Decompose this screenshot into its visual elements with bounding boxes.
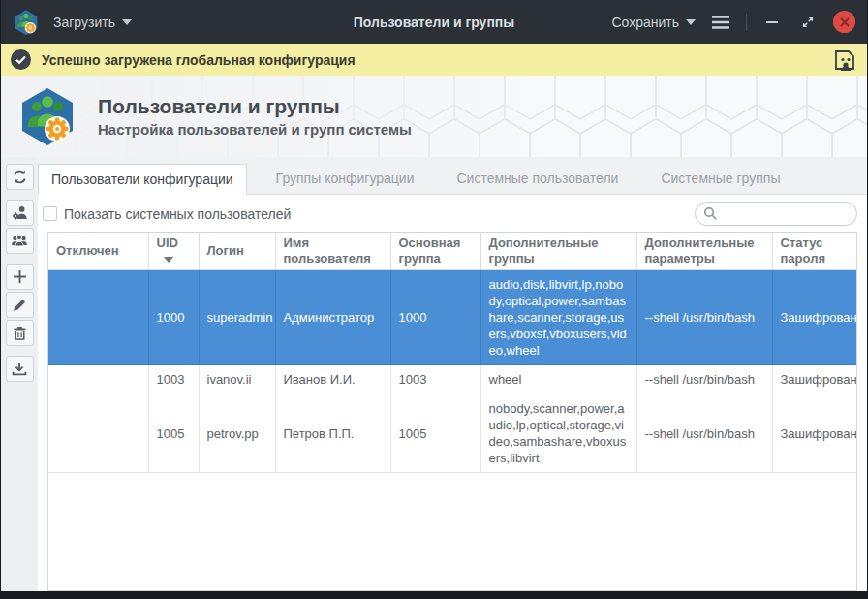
cell-name: Администратор: [275, 270, 390, 365]
table-header-row: Отключен UID Логин Имя пользователя Осно…: [48, 233, 856, 270]
cell-extra-groups: audio,disk,libvirt,lp,nobody,optical,pow…: [480, 270, 636, 365]
pencil-icon: [13, 298, 27, 312]
table-row[interactable]: 1005 petrov.pp Петров П.П. 1005 nobody,s…: [48, 394, 856, 473]
cell-extra-params: --shell /usr/bin/bash: [636, 394, 772, 473]
cell-login: petrov.pp: [199, 394, 275, 473]
group-properties-button[interactable]: [6, 228, 34, 254]
cell-password-status: Зашифрован: [772, 365, 856, 394]
sort-desc-icon: [164, 257, 173, 263]
refresh-icon: [12, 169, 28, 185]
cell-primary-group: 1005: [390, 394, 480, 473]
cell-login: ivanov.ii: [199, 365, 275, 394]
close-button[interactable]: [833, 11, 855, 33]
minimize-button[interactable]: [761, 12, 783, 33]
banner: Пользователи и группы Настройка пользова…: [1, 76, 867, 157]
page-subtitle: Настройка пользователей и групп системы: [98, 121, 412, 138]
close-icon: [840, 17, 850, 27]
column-header-extra-groups[interactable]: Дополнительные группы: [480, 233, 636, 270]
delete-button[interactable]: [6, 320, 34, 346]
load-menu-label: Загрузить: [53, 15, 115, 30]
app-logo-large: [16, 85, 78, 147]
column-header-extra-params[interactable]: Дополнительные параметры: [636, 233, 772, 270]
cell-disabled: [48, 270, 148, 365]
cell-extra-groups: nobody,scanner,power,audio,lp,optical,st…: [480, 394, 636, 473]
show-system-users-label[interactable]: Показать системных пользователей: [64, 206, 291, 222]
show-system-users-checkbox[interactable]: [43, 206, 57, 221]
cell-disabled: [48, 394, 148, 473]
tab-config-users[interactable]: Пользователи конфигурации: [38, 164, 247, 195]
group-icon: [11, 234, 28, 249]
cell-extra-params: --shell /usr/bin/bash: [636, 270, 772, 365]
chevron-down-icon: [686, 19, 696, 25]
cell-extra-groups: wheel: [480, 365, 636, 394]
users-table: Отключен UID Логин Имя пользователя Осно…: [47, 232, 857, 591]
user-gear-icon: [12, 205, 28, 221]
download-icon: [12, 362, 27, 376]
user-properties-button[interactable]: [6, 200, 34, 226]
tab-config-groups[interactable]: Группы конфигурации: [263, 163, 428, 194]
column-header-name[interactable]: Имя пользователя: [275, 233, 390, 270]
edit-button[interactable]: [6, 292, 34, 318]
column-header-login[interactable]: Логин: [199, 233, 275, 270]
table-row[interactable]: 1000 superadmin Администратор 1000 audio…: [48, 270, 856, 365]
window-bottom-border: [1, 591, 867, 599]
import-button[interactable]: [6, 356, 34, 382]
tab-system-users[interactable]: Системные пользователи: [443, 163, 632, 194]
cell-uid: 1005: [148, 394, 199, 473]
minimize-icon: [766, 20, 778, 24]
cell-primary-group: 1003: [390, 365, 480, 394]
filter-toolbar: Показать системных пользователей: [38, 195, 867, 232]
cell-uid: 1003: [148, 365, 199, 394]
column-header-disabled[interactable]: Отключен: [48, 233, 148, 270]
tab-system-groups[interactable]: Системные группы: [647, 163, 793, 194]
save-users-button[interactable]: [832, 47, 857, 73]
tab-bar: Пользователи конфигурации Группы конфигу…: [38, 157, 867, 195]
toolbar-rail: [1, 157, 38, 591]
cell-name: Иванов И.И.: [275, 365, 390, 394]
save-menu-label: Сохранить: [611, 15, 679, 30]
search-input[interactable]: [695, 202, 857, 226]
titlebar: Загрузить Пользователи и группы Сохранит…: [1, 0, 867, 44]
cell-password-status: Зашифрован: [772, 270, 856, 365]
trash-icon: [13, 326, 27, 341]
window-title: Пользователи и группы: [354, 15, 515, 30]
search-icon: [703, 206, 718, 221]
table-row[interactable]: 1003 ivanov.ii Иванов И.И. 1003 wheel --…: [48, 365, 856, 394]
refresh-button[interactable]: [6, 164, 34, 190]
hamburger-icon: [711, 15, 730, 30]
success-check-icon: [11, 49, 31, 70]
hamburger-menu-button[interactable]: [710, 12, 731, 33]
column-header-primary-group[interactable]: Основная группа: [390, 233, 480, 270]
infobar-message: Успешно загружена глобальная конфигураци…: [42, 52, 356, 68]
titlebar-separator: [746, 14, 747, 31]
add-button[interactable]: [6, 264, 34, 290]
chevron-down-icon: [122, 19, 132, 25]
cell-extra-params: --shell /usr/bin/bash: [636, 365, 772, 394]
cell-primary-group: 1000: [390, 270, 480, 365]
cell-name: Петров П.П.: [275, 394, 390, 473]
page-title: Пользователи и группы: [98, 95, 412, 118]
restore-button[interactable]: [797, 12, 819, 33]
column-header-password-status[interactable]: Статус пароля: [772, 233, 856, 270]
cell-disabled: [48, 365, 148, 394]
cell-login: superadmin: [199, 270, 275, 365]
column-header-uid[interactable]: UID: [148, 233, 199, 270]
infobar: Успешно загружена глобальная конфигураци…: [1, 44, 867, 76]
save-user-icon: [832, 47, 857, 73]
cell-uid: 1000: [148, 270, 199, 365]
app-logo-icon: [13, 9, 40, 36]
app-window: Загрузить Пользователи и группы Сохранит…: [0, 0, 868, 599]
load-menu-button[interactable]: Загрузить: [53, 15, 132, 30]
cell-password-status: Зашифрован: [772, 394, 856, 473]
restore-icon: [801, 16, 815, 29]
save-menu-button[interactable]: Сохранить: [611, 15, 696, 30]
plus-icon: [13, 269, 27, 284]
